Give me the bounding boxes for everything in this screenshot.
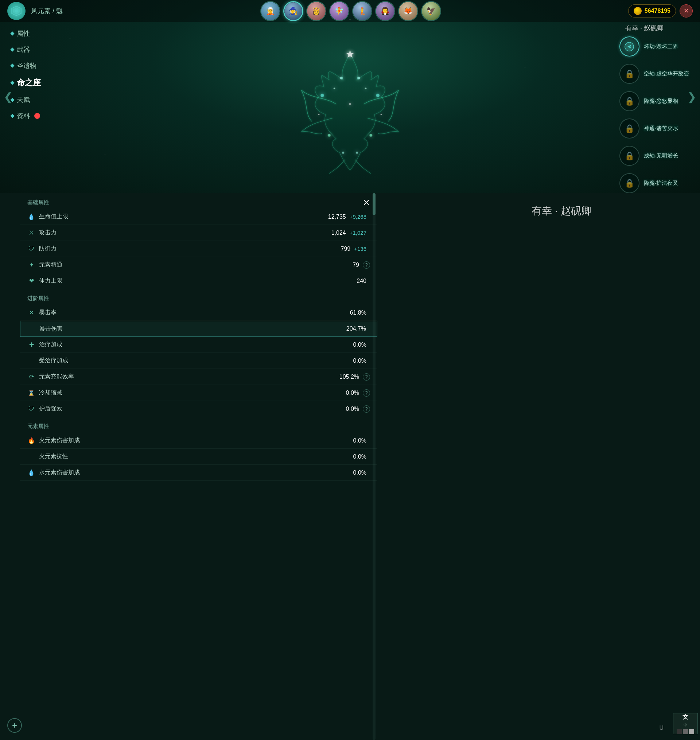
char-tab-5[interactable]: 🧜: [352, 1, 372, 21]
close-button[interactable]: ✕: [679, 4, 693, 18]
stat-row-er: ⟳ 元素充能效率 105.2% ?: [20, 369, 377, 385]
heal-icon: ✚: [27, 341, 35, 349]
sidebar-dot: [10, 31, 14, 35]
skill-item-1[interactable]: 坏劫·毁坏三界: [619, 37, 689, 56]
stat-row-pyro-dmg: 🔥 火元素伤害加成 0.0%: [20, 433, 377, 449]
stat-value-er: 105.2%: [340, 374, 359, 380]
color-sq-1: [676, 729, 682, 734]
sidebar-label-weapon: 武器: [17, 45, 30, 54]
svg-point-13: [318, 114, 319, 115]
stat-name-shield: 护盾强效: [39, 405, 346, 413]
input-method-indicator[interactable]: 文 中: [673, 713, 698, 734]
stat-row-em: ✦ 元素精通 79 ?: [20, 257, 377, 273]
char-tab-8[interactable]: 🦅: [421, 1, 441, 21]
right-nav-arrow[interactable]: ❯: [687, 90, 696, 103]
er-icon: ⟳: [27, 373, 35, 381]
svg-point-6: [376, 94, 379, 97]
atk-icon: ⚔: [27, 229, 35, 237]
stat-row-stamina: ❤ 体力上限 240: [20, 273, 377, 289]
skill-item-6[interactable]: 🔒 降魔·护法夜叉: [619, 173, 689, 193]
stat-name-hp: 生命值上限: [39, 213, 328, 220]
stat-name-def: 防御力: [39, 245, 341, 253]
lock-icon-3: 🔒: [625, 97, 634, 106]
stats-close-button[interactable]: ✕: [363, 198, 370, 208]
section-header-advanced: 进阶属性: [20, 289, 377, 305]
skill-item-3[interactable]: 🔒 降魔·忿怒显相: [619, 91, 689, 111]
skill-label-1: 坏劫·毁坏三界: [644, 43, 678, 50]
game-logo[interactable]: [7, 2, 25, 20]
em-icon: ✦: [27, 261, 35, 269]
stat-row-def: 🛡 防御力 799 +136: [20, 241, 377, 257]
bottom-add-button[interactable]: +: [7, 718, 22, 733]
color-sq-3: [689, 729, 694, 734]
stat-row-cd: ⌛ 冷却缩减 0.0% ?: [20, 385, 377, 401]
stat-row-pyro-res: 火元素抗性 0.0%: [20, 449, 377, 465]
sidebar-item-artifacts[interactable]: 圣遗物: [11, 57, 41, 73]
sidebar-dot: [10, 114, 14, 118]
top-nav-bar: 风元素 / 魈 🧝 🧙 👸 🧚 🧜 🧛 🦊: [0, 0, 700, 22]
svg-point-9: [328, 134, 331, 137]
constellation-area: [73, 22, 627, 193]
scroll-track[interactable]: [373, 193, 375, 740]
sidebar-item-info[interactable]: 资料: [11, 108, 41, 124]
lock-icon-4: 🔒: [625, 124, 634, 134]
shield-help-icon[interactable]: ?: [363, 405, 370, 413]
stat-name-heal: 治疗加成: [39, 341, 353, 348]
stat-value-atk: 1,024: [331, 230, 346, 236]
cd-help-icon[interactable]: ?: [363, 389, 370, 396]
stat-name-crit-rate: 暴击率: [39, 309, 350, 316]
char-tab-1[interactable]: 🧝: [260, 1, 280, 21]
crit-rate-icon: ✕: [27, 309, 35, 317]
skill-item-5[interactable]: 🔒 成劫·无明增长: [619, 146, 689, 166]
char-tab-7[interactable]: 🦊: [398, 1, 418, 21]
char-tab-3[interactable]: 👸: [306, 1, 326, 21]
skill-item-2[interactable]: 🔒 空劫·虚空华开敌变: [619, 64, 689, 84]
pyro-res-icon: [27, 453, 35, 461]
svg-point-7: [321, 94, 324, 97]
char-tab-4[interactable]: 🧚: [329, 1, 349, 21]
char-tab-6[interactable]: 🧛: [375, 1, 395, 21]
sidebar-item-weapon[interactable]: 武器: [11, 41, 41, 57]
stat-value-pyro-res: 0.0%: [353, 454, 366, 460]
char-name-large: 有幸 · 赵砚卿: [405, 204, 700, 218]
char-name-display: 有幸 · 赵砚卿: [625, 24, 663, 32]
stat-value-hp: 12,735: [328, 214, 346, 220]
stat-row-crit-dmg: 暴击伤害 204.7%: [20, 321, 377, 337]
incoming-heal-icon: [27, 357, 35, 365]
svg-point-2: [15, 9, 18, 12]
char-avatar-5: 🧜: [353, 2, 372, 21]
sidebar-dot-active: [10, 81, 14, 85]
stat-value-def: 799: [341, 246, 351, 252]
game-title: 风元素 / 魈: [31, 7, 63, 15]
stat-value-crit-rate: 61.8%: [350, 310, 366, 316]
char-avatar-6: 🧛: [376, 2, 394, 21]
scroll-thumb[interactable]: [373, 193, 375, 215]
stat-row-incoming-heal: 受治疗加成 0.0%: [20, 353, 377, 369]
er-help-icon[interactable]: ?: [363, 373, 370, 380]
skill-icon-5: 🔒: [619, 146, 640, 166]
sidebar-item-talents[interactable]: 天赋: [11, 92, 41, 108]
stat-value-hydro-dmg: 0.0%: [353, 470, 366, 476]
stat-value-shield: 0.0%: [346, 406, 359, 412]
sidebar-item-constellation[interactable]: 命之座: [11, 73, 41, 92]
svg-point-11: [342, 152, 344, 154]
em-help-icon[interactable]: ?: [363, 261, 370, 269]
left-nav-arrow[interactable]: ❮: [4, 90, 13, 103]
stats-panel: ✕ 基础属性 💧 生命值上限 12,735 +9,268 ⚔ 攻击力 1,024…: [20, 193, 377, 740]
skill-item-4[interactable]: 🔒 神通·诸苦灭尽: [619, 119, 689, 138]
skill-icon-3: 🔒: [619, 91, 640, 111]
skill-label-6: 降魔·护法夜叉: [644, 180, 678, 186]
skill-icon-4: 🔒: [619, 119, 640, 138]
sidebar-label-attributes: 属性: [17, 29, 30, 38]
sidebar-item-attributes[interactable]: 属性: [11, 25, 41, 41]
skill-label-5: 成劫·无明增长: [644, 153, 678, 159]
svg-point-14: [349, 103, 351, 105]
skill-label-4: 神通·诸苦灭尽: [644, 125, 678, 132]
pyro-dmg-icon: 🔥: [27, 437, 35, 445]
char-tab-2[interactable]: 🧙: [283, 1, 303, 21]
char-avatar-8: 🦅: [422, 2, 440, 21]
stat-row-atk: ⚔ 攻击力 1,024 +1,027: [20, 225, 377, 241]
stat-name-em: 元素精通: [39, 261, 353, 269]
stat-row-shield: 🛡 护盾强效 0.0% ?: [20, 401, 377, 417]
left-sidebar: 属性 武器 圣遗物 命之座 天赋 资料: [11, 25, 41, 124]
